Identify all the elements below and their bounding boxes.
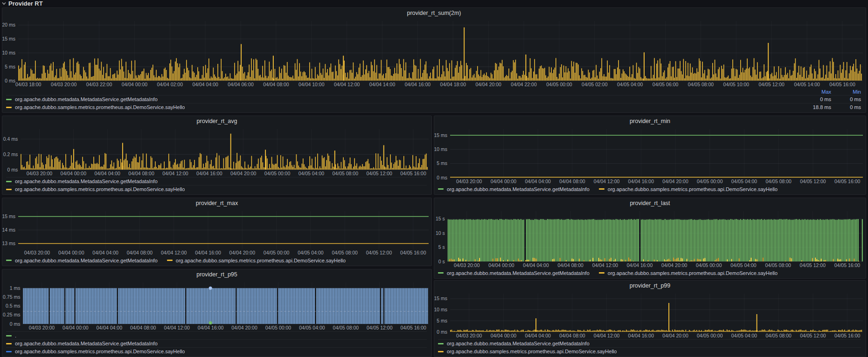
legend-table-header: MaxMin	[6, 88, 861, 95]
panel-title-avg[interactable]: provider_rt_avg	[2, 116, 431, 126]
panel-provider_rt_last: provider_rt_last0 s5 s10 s15 s04/03 20:0…	[434, 198, 866, 279]
legend-item-sum-1[interactable]: org.apache.dubbo.samples.metrics.prometh…	[6, 104, 791, 110]
legend-series-label[interactable]: org.apache.dubbo.metadata.MetadataServic…	[15, 258, 158, 263]
legend-p99: org.apache.dubbo.metadata.MetadataServic…	[434, 339, 866, 357]
legend-series-label[interactable]: org.apache.dubbo.metadata.MetadataServic…	[15, 178, 158, 184]
max-plot[interactable]: 13 ms14 ms15 ms04/03 20:0004/04 00:0004/…	[2, 208, 431, 256]
x-tick-label: 04/04 16:00	[196, 171, 222, 176]
x-tick-label: 04/05 02:00	[582, 82, 608, 87]
x-tick-label: 04/05 08:00	[765, 178, 792, 184]
legend-item-p95-1[interactable]: org.apache.dubbo.metadata.MetadataServic…	[6, 339, 427, 347]
x-tick-label: 04/05 16:00	[834, 333, 861, 338]
legend-item-p99-1[interactable]: org.apache.dubbo.samples.metrics.prometh…	[438, 347, 861, 355]
sum-chart[interactable]: 0 ms5 ms10 ms15 ms20 ms04/03 18:0004/03 …	[2, 18, 866, 88]
panel-provider_rt_max: provider_rt_max13 ms14 ms15 ms04/03 20:0…	[2, 198, 432, 266]
legend-series-label[interactable]: org.apache.dubbo.samples.metrics.prometh…	[15, 186, 185, 192]
series-fill-green	[448, 219, 863, 261]
legend-item-p99-0[interactable]: org.apache.dubbo.metadata.MetadataServic…	[438, 339, 861, 347]
legend-item-max-1[interactable]: org.apache.dubbo.samples.metrics.prometh…	[167, 258, 346, 263]
legend-series-label[interactable]: org.apache.dubbo.samples.metrics.prometh…	[15, 104, 185, 110]
x-tick-label: 04/03 20:00	[456, 178, 482, 184]
y-tick-label: 1 ms	[10, 285, 21, 291]
legend-sort-max[interactable]: Max	[791, 89, 831, 95]
last-chart[interactable]: 0 s5 s10 s15 s04/03 20:0004/04 00:0004/0…	[434, 208, 866, 269]
legend-item-p95-0[interactable]: .	[6, 331, 427, 339]
sum-plot[interactable]: 0 ms5 ms10 ms15 ms20 ms04/03 18:0004/03 …	[2, 18, 866, 88]
legend-series-label[interactable]: org.apache.dubbo.metadata.MetadataServic…	[15, 96, 158, 102]
legend-sort-min[interactable]: Min	[831, 89, 861, 95]
legend-series-label[interactable]: org.apache.dubbo.metadata.MetadataServic…	[447, 341, 590, 346]
legend-series-label[interactable]: org.apache.dubbo.samples.metrics.prometh…	[447, 349, 617, 354]
legend-item-last-1[interactable]: org.apache.dubbo.samples.metrics.prometh…	[599, 270, 778, 276]
p99-chart[interactable]: 0 ms5 ms10 ms15 ms04/03 20:0004/04 00:00…	[434, 291, 866, 339]
x-tick-label: 04/04 18:00	[440, 82, 466, 87]
x-tick-label: 04/04 00:00	[122, 82, 148, 87]
panel-title-max[interactable]: provider_rt_max	[2, 198, 431, 208]
series-point-blue_dot[interactable]	[209, 287, 212, 290]
legend-series-label[interactable]: org.apache.dubbo.metadata.MetadataServic…	[447, 270, 590, 276]
x-tick-label: 04/05 16:00	[834, 262, 861, 268]
legend-item-min-0[interactable]: org.apache.dubbo.metadata.MetadataServic…	[438, 186, 590, 192]
avg-chart[interactable]: 0 ms0.2 ms0.4 ms04/03 20:0004/04 00:0004…	[2, 126, 431, 177]
p95-plot[interactable]: 0 ms0.25 ms0.5 ms0.75 ms1 ms04/03 20:000…	[2, 280, 431, 331]
panel-title-sum[interactable]: provider_rt_sum(2m)	[2, 8, 866, 18]
legend-series-swatch	[6, 351, 12, 352]
max-chart[interactable]: 13 ms14 ms15 ms04/03 20:0004/04 00:0004/…	[2, 208, 431, 256]
x-tick-label: 04/05 14:00	[794, 82, 820, 87]
last-plot[interactable]: 0 s5 s10 s15 s04/03 20:0004/04 00:0004/0…	[434, 208, 866, 269]
legend-item-avg-0[interactable]: org.apache.dubbo.metadata.MetadataServic…	[6, 177, 427, 185]
legend-series-swatch	[599, 188, 604, 190]
min-plot[interactable]: 0 ms5 ms10 ms15 ms04/03 20:0004/04 00:00…	[434, 126, 866, 185]
legend-series-label[interactable]: org.apache.dubbo.samples.metrics.prometh…	[608, 270, 778, 276]
legend-series-label[interactable]: org.apache.dubbo.metadata.MetadataServic…	[15, 341, 158, 346]
panel-provider_rt_p95: provider_rt_p950 ms0.25 ms0.5 ms0.75 ms1…	[2, 269, 432, 357]
legend-series-swatch	[6, 99, 12, 100]
x-tick-label: 04/05 12:00	[367, 325, 393, 330]
x-tick-label: 04/04 12:00	[161, 250, 187, 255]
legend-series-label[interactable]: .	[15, 333, 16, 338]
x-tick-label: 04/05 00:00	[697, 178, 723, 184]
x-tick-label: 04/05 06:00	[653, 82, 679, 87]
p99-plot[interactable]: 0 ms5 ms10 ms15 ms04/03 20:0004/04 00:00…	[434, 291, 866, 339]
p95-chart[interactable]: 0 ms0.25 ms0.5 ms0.75 ms1 ms04/03 20:000…	[2, 280, 431, 331]
x-tick-label: 04/05 00:00	[265, 325, 292, 330]
panel-title-min[interactable]: provider_rt_min	[434, 116, 866, 126]
panel-title-p99[interactable]: provider_rt_p99	[434, 281, 866, 291]
legend-series-label[interactable]: org.apache.dubbo.samples.metrics.prometh…	[608, 186, 778, 192]
chevron-down-icon	[2, 1, 6, 6]
min-chart[interactable]: 0 ms5 ms10 ms15 ms04/03 20:0004/04 00:00…	[434, 126, 866, 185]
legend-item-max-0[interactable]: org.apache.dubbo.metadata.MetadataServic…	[6, 258, 158, 263]
legend-last: org.apache.dubbo.metadata.MetadataServic…	[434, 269, 866, 278]
row-header-provider-rt[interactable]: Provider RT	[2, 0, 43, 7]
legend-series-label[interactable]: org.apache.dubbo.samples.metrics.prometh…	[176, 258, 346, 263]
legend-item-p95-2[interactable]: org.apache.dubbo.samples.metrics.prometh…	[6, 347, 427, 355]
legend-item-last-0[interactable]: org.apache.dubbo.metadata.MetadataServic…	[438, 270, 590, 276]
x-tick-label: 04/04 16:00	[627, 262, 653, 268]
legend-series-swatch	[599, 272, 604, 274]
row-title: Provider RT	[8, 0, 43, 7]
legend-series-swatch	[6, 189, 12, 190]
series-point-green[interactable]	[209, 321, 212, 324]
legend-series-label[interactable]: org.apache.dubbo.metadata.MetadataServic…	[447, 186, 590, 192]
legend-item-sum-0[interactable]: org.apache.dubbo.metadata.MetadataServic…	[6, 96, 791, 102]
x-tick-label: 04/04 04:00	[525, 178, 551, 184]
x-tick-label: 04/04 02:00	[157, 82, 183, 87]
avg-plot[interactable]: 0 ms0.2 ms0.4 ms04/03 20:0004/04 00:0004…	[2, 126, 431, 177]
legend-item-avg-1[interactable]: org.apache.dubbo.samples.metrics.prometh…	[6, 185, 427, 193]
legend-value: 0 ms	[831, 104, 861, 110]
x-tick-label: 04/04 04:00	[525, 333, 551, 338]
y-tick-label: 15 s	[436, 216, 445, 221]
legend-item-min-1[interactable]: org.apache.dubbo.samples.metrics.prometh…	[599, 186, 778, 192]
panel-title-last[interactable]: provider_rt_last	[434, 198, 866, 208]
legend-series-swatch	[438, 351, 444, 352]
x-tick-label: 04/05 08:00	[765, 262, 791, 268]
legend-series-label[interactable]: org.apache.dubbo.samples.metrics.prometh…	[15, 349, 185, 354]
x-tick-label: 04/05 10:00	[723, 82, 750, 87]
x-tick-label: 04/04 08:00	[130, 325, 156, 330]
legend-value: 18.8 ms	[791, 104, 831, 110]
x-tick-label: 04/03 20:00	[29, 325, 55, 330]
panel-title-p95[interactable]: provider_rt_p95	[2, 269, 431, 280]
x-tick-label: 04/04 20:00	[662, 333, 688, 338]
x-tick-label: 04/05 16:00	[829, 82, 855, 87]
x-tick-label: 04/03 20:00	[27, 171, 53, 176]
